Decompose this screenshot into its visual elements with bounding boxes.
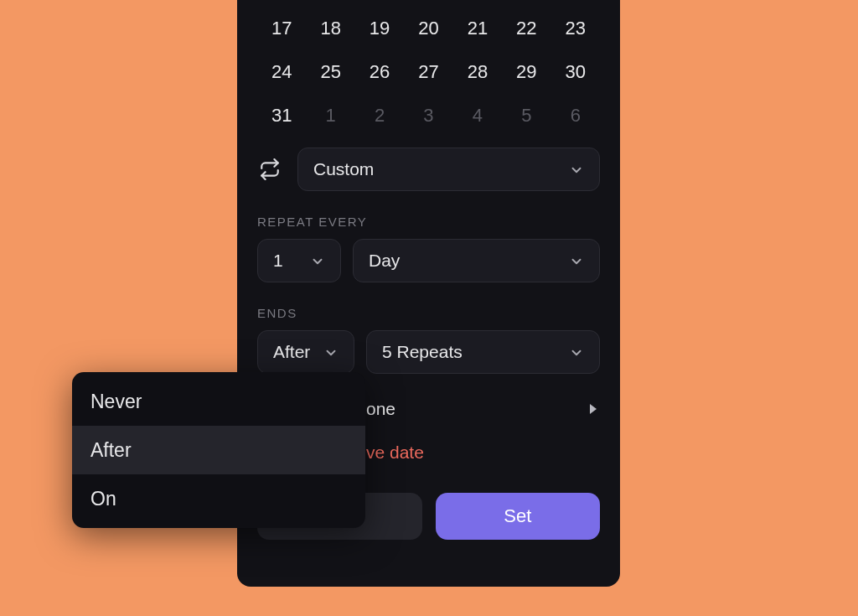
calendar-day[interactable]: 24 [257,55,306,89]
repeat-count-value: 1 [273,251,283,271]
calendar-day[interactable]: 4 [453,99,502,132]
calendar-day[interactable]: 3 [404,99,452,132]
ends-label: ENDS [257,306,600,320]
ends-detail-select[interactable]: 5 Repeats [366,330,600,374]
triangle-right-icon [590,404,597,414]
calendar-grid: 17 18 19 20 21 22 23 24 25 26 27 28 29 3… [257,12,600,132]
calendar-day[interactable]: 2 [355,99,404,132]
calendar-day[interactable]: 30 [551,55,600,89]
chevron-down-icon [569,162,584,177]
repeat-row: Custom [257,148,600,191]
repeat-mode-select[interactable]: Custom [297,148,600,191]
chevron-down-icon [569,344,584,360]
calendar-day[interactable]: 1 [306,99,354,132]
ends-row: After 5 Repeats [257,330,600,374]
calendar-day[interactable]: 22 [502,12,550,45]
calendar-day[interactable]: 29 [502,55,550,89]
calendar-day[interactable]: 26 [355,55,404,89]
dropdown-item-never[interactable]: Never [72,377,365,426]
chevron-down-icon [569,253,584,268]
dropdown-item-after[interactable]: After [72,426,365,474]
repeat-unit-select[interactable]: Day [353,239,600,282]
repeat-icon [257,157,282,182]
calendar-day[interactable]: 5 [502,99,550,132]
calendar-day[interactable]: 20 [404,12,452,45]
chevron-down-icon [310,253,325,268]
repeat-every-row: 1 Day [257,239,600,282]
repeat-mode-value: Custom [313,159,374,179]
dropdown-item-on[interactable]: On [72,474,365,523]
calendar-day[interactable]: 31 [257,99,306,132]
calendar-day[interactable]: 23 [551,12,600,45]
calendar-day[interactable]: 21 [453,12,502,45]
ends-mode-value: After [273,342,310,362]
calendar-day[interactable]: 25 [306,55,354,89]
repeat-count-select[interactable]: 1 [257,239,341,282]
calendar-day[interactable]: 18 [306,12,354,45]
calendar-day[interactable]: 19 [355,12,404,45]
set-button[interactable]: Set [436,493,601,540]
chevron-down-icon [323,344,339,360]
repeat-unit-value: Day [369,251,400,271]
remove-date-label: ve date [366,443,424,462]
ends-detail-value: 5 Repeats [382,342,463,362]
ends-mode-select[interactable]: After [257,330,354,374]
calendar-day[interactable]: 17 [257,12,306,45]
repeat-every-label: REPEAT EVERY [257,215,600,229]
ends-mode-dropdown: Never After On [72,372,365,528]
calendar-day[interactable]: 6 [551,99,600,132]
calendar-day[interactable]: 28 [453,55,502,89]
calendar-day[interactable]: 27 [404,55,452,89]
